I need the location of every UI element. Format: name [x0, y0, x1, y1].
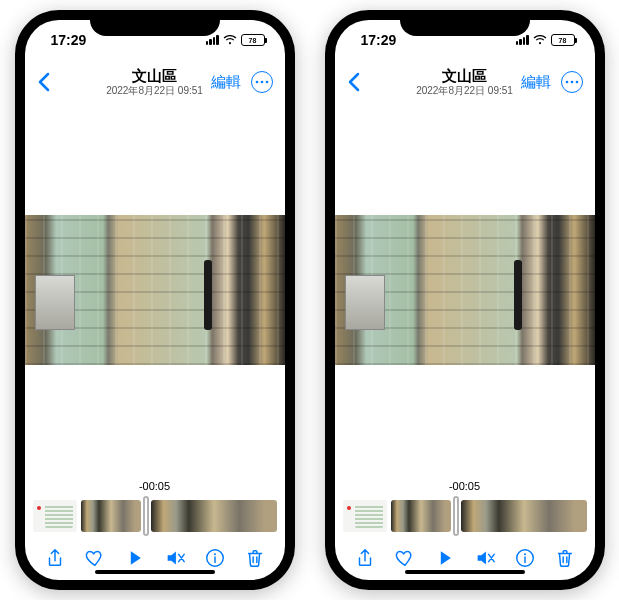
clip-thumbnail[interactable] [343, 500, 387, 532]
back-button[interactable] [37, 72, 51, 92]
status-right: 78 [206, 34, 265, 46]
playhead[interactable] [145, 498, 147, 534]
home-indicator[interactable] [405, 570, 525, 574]
chevron-left-icon [347, 72, 361, 92]
clip-thumbnail[interactable] [151, 500, 277, 532]
notch [90, 10, 220, 36]
datetime-subtitle: 2022年8月22日 09:51 [416, 85, 513, 96]
nav-bar: 文山區 2022年8月22日 09:51 編輯 [25, 60, 285, 104]
svg-point-4 [213, 553, 215, 555]
trash-icon [244, 547, 266, 569]
notch [400, 10, 530, 36]
delete-button[interactable] [553, 546, 577, 570]
timecode-label: -00:05 [335, 476, 595, 496]
nav-bar: 文山區 2022年8月22日 09:51 編輯 [335, 60, 595, 104]
more-button[interactable] [561, 71, 583, 93]
trash-icon [554, 547, 576, 569]
share-icon [44, 547, 66, 569]
play-button[interactable] [123, 546, 147, 570]
battery-icon: 78 [551, 34, 575, 46]
location-title: 文山區 [106, 68, 203, 85]
video-viewport[interactable] [335, 104, 595, 476]
info-icon [204, 547, 226, 569]
screen: 17:29 78 文山區 2022年8月22日 09:51 編輯 [335, 20, 595, 580]
datetime-subtitle: 2022年8月22日 09:51 [106, 85, 203, 96]
video-scrubber[interactable] [25, 496, 285, 536]
location-title: 文山區 [416, 68, 513, 85]
svg-point-5 [565, 81, 568, 84]
screen: 17:29 78 文山區 2022年8月22日 09:51 編輯 [25, 20, 285, 580]
nav-title-group: 文山區 2022年8月22日 09:51 [106, 68, 203, 96]
delete-button[interactable] [243, 546, 267, 570]
video-frame [335, 215, 595, 365]
speaker-muted-icon [164, 547, 186, 569]
info-icon [514, 547, 536, 569]
play-icon [435, 548, 455, 568]
timecode-label: -00:05 [25, 476, 285, 496]
mute-button[interactable] [473, 546, 497, 570]
video-detail-panel [35, 275, 75, 330]
share-button[interactable] [43, 546, 67, 570]
back-button[interactable] [347, 72, 361, 92]
video-detail-handle [204, 260, 212, 330]
share-button[interactable] [353, 546, 377, 570]
status-time: 17:29 [361, 32, 397, 48]
heart-icon [394, 547, 416, 569]
nav-right: 編輯 [521, 71, 583, 93]
svg-point-0 [255, 81, 258, 84]
playhead[interactable] [455, 498, 457, 534]
info-button[interactable] [203, 546, 227, 570]
speaker-muted-icon [474, 547, 496, 569]
nav-title-group: 文山區 2022年8月22日 09:51 [416, 68, 513, 96]
svg-point-7 [575, 81, 578, 84]
play-icon [125, 548, 145, 568]
chevron-left-icon [37, 72, 51, 92]
cellular-signal-icon [206, 35, 219, 45]
phone-mockup: 17:29 78 文山區 2022年8月22日 09:51 編輯 [15, 10, 295, 590]
home-indicator[interactable] [95, 570, 215, 574]
wifi-icon [533, 35, 547, 46]
ellipsis-icon [255, 80, 269, 84]
mute-button[interactable] [163, 546, 187, 570]
status-time: 17:29 [51, 32, 87, 48]
edit-button[interactable]: 編輯 [211, 73, 241, 92]
video-viewport[interactable] [25, 104, 285, 476]
video-frame [25, 215, 285, 365]
more-button[interactable] [251, 71, 273, 93]
favorite-button[interactable] [393, 546, 417, 570]
info-button[interactable] [513, 546, 537, 570]
svg-point-2 [265, 81, 268, 84]
svg-point-6 [570, 81, 573, 84]
battery-icon: 78 [241, 34, 265, 46]
ellipsis-icon [565, 80, 579, 84]
status-right: 78 [516, 34, 575, 46]
video-detail-panel [345, 275, 385, 330]
clip-thumbnail[interactable] [461, 500, 587, 532]
wifi-icon [223, 35, 237, 46]
clip-thumbnail[interactable] [391, 500, 451, 532]
favorite-button[interactable] [83, 546, 107, 570]
share-icon [354, 547, 376, 569]
nav-right: 編輯 [211, 71, 273, 93]
phone-mockup: 17:29 78 文山區 2022年8月22日 09:51 編輯 [325, 10, 605, 590]
video-scrubber[interactable] [335, 496, 595, 536]
clip-thumbnail[interactable] [81, 500, 141, 532]
play-button[interactable] [433, 546, 457, 570]
heart-icon [84, 547, 106, 569]
edit-button[interactable]: 編輯 [521, 73, 551, 92]
svg-point-9 [523, 553, 525, 555]
clip-thumbnail[interactable] [33, 500, 77, 532]
cellular-signal-icon [516, 35, 529, 45]
video-detail-handle [514, 260, 522, 330]
svg-point-1 [260, 81, 263, 84]
